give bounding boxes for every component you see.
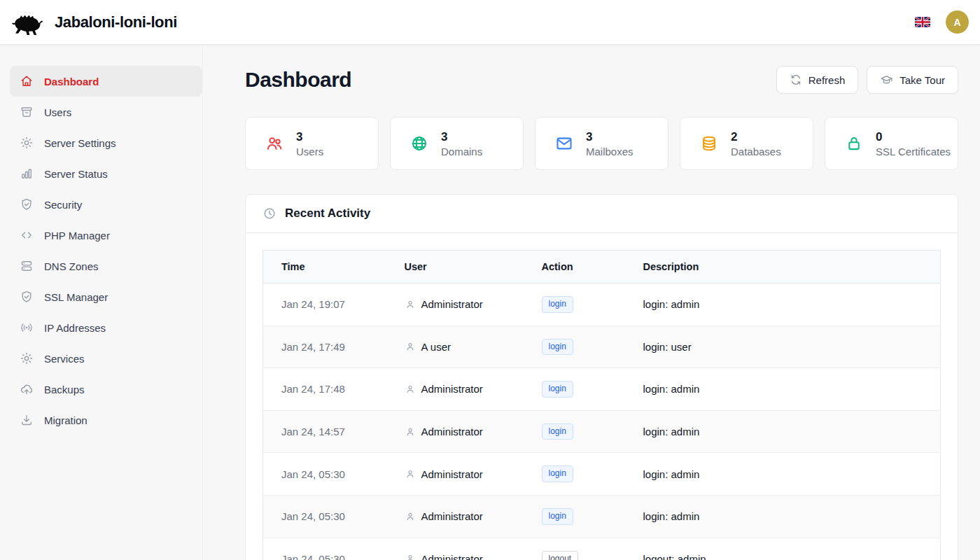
stat-card-databases[interactable]: 2 Databases xyxy=(680,117,813,170)
activity-description: logout: admin xyxy=(625,538,941,560)
table-row: Jan 24, 05:30 Administrator logout logou… xyxy=(263,538,941,560)
person-icon xyxy=(405,511,416,522)
user-avatar[interactable]: A xyxy=(946,10,969,34)
lock-icon xyxy=(845,134,863,153)
page-title: Dashboard xyxy=(245,68,351,92)
recent-activity-title: Recent Activity xyxy=(285,206,370,220)
boar-logo-icon xyxy=(10,8,46,36)
stat-value: 2 xyxy=(731,130,781,146)
column-header-description: Description xyxy=(625,251,941,284)
sidebar-item-label: PHP Manager xyxy=(44,230,110,241)
stat-value: 3 xyxy=(296,130,323,146)
table-row: Jan 24, 05:30 Administrator login login:… xyxy=(263,453,941,496)
broadcast-icon xyxy=(20,321,34,335)
person-icon xyxy=(405,384,416,395)
sidebar-item-security[interactable]: Security xyxy=(10,189,202,220)
table-row: Jan 24, 14:57 Administrator login login:… xyxy=(263,410,941,453)
sidebar-item-server-settings[interactable]: Server Settings xyxy=(10,127,202,158)
sidebar-item-services[interactable]: Services xyxy=(10,343,202,374)
activity-time: Jan 24, 05:30 xyxy=(263,495,386,538)
action-badge: login xyxy=(542,424,573,440)
table-row: Jan 24, 17:48 Administrator login login:… xyxy=(263,368,941,411)
sidebar-item-label: Server Settings xyxy=(44,137,116,149)
take-tour-button[interactable]: Take Tour xyxy=(867,66,958,94)
table-row: Jan 24, 17:49 A user login login: user xyxy=(263,326,941,368)
activity-user: Administrator xyxy=(421,468,483,480)
activity-user: A user xyxy=(421,341,451,353)
person-icon xyxy=(405,341,416,352)
stat-label: Databases xyxy=(731,146,781,158)
graduation-cap-icon xyxy=(880,74,893,87)
sidebar-item-ip-addresses[interactable]: IP Addresses xyxy=(10,312,202,343)
activity-user: Administrator xyxy=(421,383,483,395)
sidebar-item-label: Services xyxy=(44,353,85,365)
table-row: Jan 24, 05:30 Administrator login login:… xyxy=(263,495,941,538)
action-badge: login xyxy=(542,508,573,525)
stat-card-domains[interactable]: 3 Domains xyxy=(390,117,524,170)
cloud-upload-icon xyxy=(20,382,34,396)
sidebar-item-label: Users xyxy=(44,106,71,118)
uk-flag-icon[interactable] xyxy=(915,17,930,27)
globe-icon xyxy=(410,134,428,153)
sidebar-item-server-status[interactable]: Server Status xyxy=(10,158,202,189)
action-badge: logout xyxy=(542,551,579,560)
sidebar-item-ssl-manager[interactable]: SSL Manager xyxy=(10,281,202,312)
activity-description: login: admin xyxy=(625,495,941,538)
activity-description: login: admin xyxy=(625,410,941,453)
stat-card-users[interactable]: 3 Users xyxy=(245,117,379,170)
stat-card-ssl-certificates[interactable]: 0 SSL Certificates xyxy=(825,117,958,170)
activity-time: Jan 24, 17:48 xyxy=(263,368,386,411)
stat-label: Users xyxy=(296,146,323,158)
sidebar-item-label: Server Status xyxy=(44,168,108,180)
server-stack-icon xyxy=(20,259,34,273)
stat-label: Domains xyxy=(441,146,482,158)
top-bar: Jabaloni-loni-loni A xyxy=(0,0,980,45)
sidebar-item-label: IP Addresses xyxy=(44,322,106,334)
activity-user: Administrator xyxy=(421,426,483,438)
column-header-user: User xyxy=(386,251,524,284)
sidebar-item-label: Backups xyxy=(44,384,85,396)
brand-title: Jabaloni-loni-loni xyxy=(55,13,177,31)
download-icon xyxy=(20,413,34,427)
activity-user: Administrator xyxy=(421,553,483,560)
stat-label: Mailboxes xyxy=(586,146,634,158)
archive-icon xyxy=(20,105,34,119)
sidebar-item-php-manager[interactable]: PHP Manager xyxy=(10,220,202,251)
table-row: Jan 24, 19:07 Administrator login login:… xyxy=(263,284,941,326)
activity-user: Administrator xyxy=(421,510,483,522)
main-content: Dashboard Refresh Take Tour 3 Users xyxy=(203,45,980,560)
code-icon xyxy=(20,228,34,242)
sidebar-item-label: Security xyxy=(44,199,82,211)
activity-description: login: admin xyxy=(625,453,941,496)
sidebar: Dashboard Users Server Settings Server S… xyxy=(0,45,203,560)
activity-table: Time User Action Description Jan 24, 19:… xyxy=(262,250,941,560)
sidebar-item-label: DNS Zones xyxy=(44,260,99,272)
shield-check-icon xyxy=(20,197,34,211)
action-badge: login xyxy=(542,465,573,482)
sidebar-item-backups[interactable]: Backups xyxy=(10,374,202,405)
refresh-icon xyxy=(790,74,802,86)
sidebar-item-dns-zones[interactable]: DNS Zones xyxy=(10,251,202,281)
sidebar-item-dashboard[interactable]: Dashboard xyxy=(10,66,202,97)
refresh-button[interactable]: Refresh xyxy=(776,66,859,94)
database-icon xyxy=(700,134,718,153)
recent-activity-card: Recent Activity Time User Action Descrip… xyxy=(245,194,958,560)
home-icon xyxy=(20,74,34,88)
clock-icon xyxy=(262,206,276,220)
stat-label: SSL Certificates xyxy=(876,146,951,158)
activity-time: Jan 24, 05:30 xyxy=(263,453,386,496)
activity-time: Jan 24, 14:57 xyxy=(263,410,386,453)
activity-description: login: admin xyxy=(625,368,941,411)
sidebar-item-migration[interactable]: Migration xyxy=(10,405,202,435)
stat-value: 3 xyxy=(441,130,482,146)
brand[interactable]: Jabaloni-loni-loni xyxy=(10,8,177,36)
stat-value: 3 xyxy=(586,130,634,146)
sidebar-item-users[interactable]: Users xyxy=(10,97,202,127)
person-icon xyxy=(405,468,416,479)
bar-chart-icon xyxy=(20,167,34,181)
stat-card-mailboxes[interactable]: 3 Mailboxes xyxy=(535,117,668,170)
person-icon xyxy=(405,553,416,560)
stat-cards: 3 Users 3 Domains 3 Mailboxes 2 Database… xyxy=(245,117,958,170)
action-badge: login xyxy=(542,296,573,313)
gear-icon xyxy=(20,136,34,150)
